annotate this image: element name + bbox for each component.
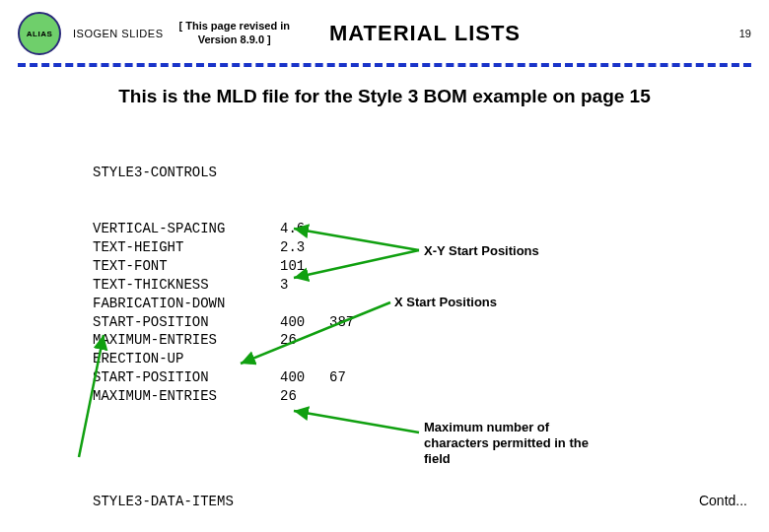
alias-logo: ALIAS xyxy=(18,12,61,55)
code-row: VERTICAL-SPACING4.6 xyxy=(93,220,769,238)
slide-header: ALIAS ISOGEN SLIDES [ This page revised … xyxy=(0,0,769,63)
arrow-maxchars-icon xyxy=(286,403,424,452)
code-key: TEXT-HEIGHT xyxy=(93,238,280,257)
revision-note: [ This page revised in Version 8.9.0 ] xyxy=(178,20,289,47)
page-number: 19 xyxy=(739,28,751,39)
code-row: ERECTION-UP xyxy=(93,350,769,368)
revision-line-1: [ This page revised in xyxy=(178,20,289,32)
subheading: This is the MLD file for the Style 3 BOM… xyxy=(39,85,730,109)
annotation-max-chars: Maximum number of characters permitted i… xyxy=(424,420,611,468)
svg-line-1 xyxy=(294,250,419,278)
arrow-xy-icon xyxy=(286,221,424,285)
code-key: MAXIMUM-ENTRIES xyxy=(93,387,280,406)
code-row: TEXT-FONT101 xyxy=(93,257,769,276)
svg-line-0 xyxy=(294,229,419,250)
block2-header: STYLE3-DATA-ITEMS xyxy=(93,493,280,511)
block1-header: STYLE3-CONTROLS xyxy=(93,164,280,182)
code-key: TEXT-THICKNESS xyxy=(93,276,280,295)
code-row: START-POSITION400387 xyxy=(93,313,769,332)
product-name: ISOGEN SLIDES xyxy=(73,28,163,39)
arrow-x-icon xyxy=(233,295,395,373)
continued-label: Contd... xyxy=(699,493,747,508)
svg-line-2 xyxy=(241,302,390,364)
code-row: TEXT-THICKNESS3 xyxy=(93,276,769,295)
svg-line-3 xyxy=(79,335,104,457)
logo-text: ALIAS xyxy=(27,30,53,38)
page-title: MATERIAL LISTS xyxy=(329,21,521,46)
header-divider xyxy=(18,63,751,67)
code-key: VERTICAL-SPACING xyxy=(93,220,280,238)
code-row: MAXIMUM-ENTRIES26 xyxy=(93,331,769,350)
content-area: STYLE3-CONTROLS VERTICAL-SPACING4.6TEXT-… xyxy=(0,127,769,532)
code-row: MAXIMUM-ENTRIES26 xyxy=(93,387,769,406)
revision-line-2: Version 8.9.0 ] xyxy=(198,33,271,45)
arrow-attributes-icon xyxy=(39,329,118,462)
annotation-xy-start: X-Y Start Positions xyxy=(424,243,539,259)
annotation-x-start: X Start Positions xyxy=(394,295,497,310)
svg-line-4 xyxy=(294,411,419,432)
code-key: TEXT-FONT xyxy=(93,257,280,276)
code-row: START-POSITION40067 xyxy=(93,368,769,387)
code-block-1: STYLE3-CONTROLS VERTICAL-SPACING4.6TEXT-… xyxy=(93,127,769,443)
